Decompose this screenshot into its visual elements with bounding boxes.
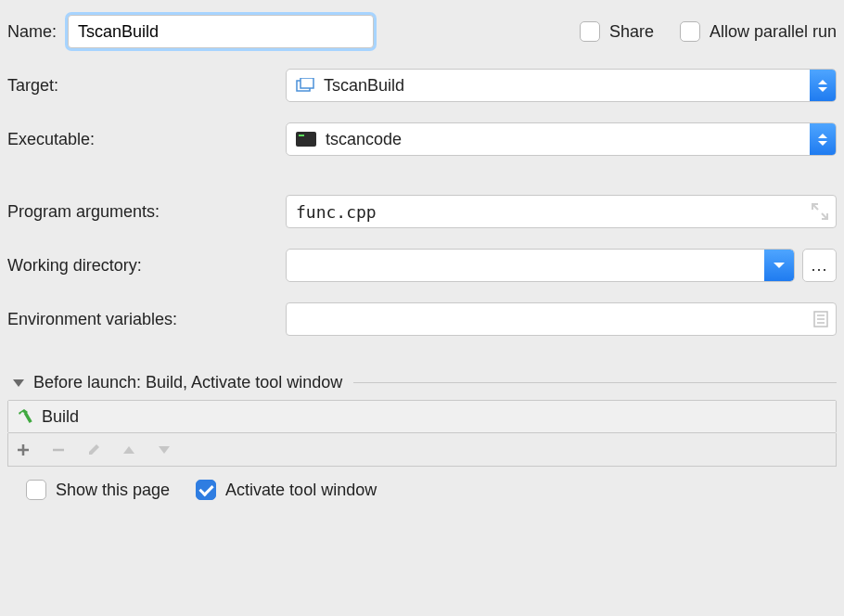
browse-button[interactable]: ... bbox=[802, 249, 837, 282]
list-icon[interactable] bbox=[813, 311, 828, 332]
checkbox-box-icon bbox=[680, 21, 700, 42]
svg-rect-1 bbox=[301, 78, 313, 88]
before-launch-list: Build bbox=[7, 400, 837, 433]
program-args-label: Program arguments: bbox=[7, 202, 286, 222]
working-dir-label: Working directory: bbox=[7, 256, 286, 276]
target-select[interactable]: TscanBuild bbox=[286, 69, 837, 102]
terminal-icon bbox=[296, 132, 316, 147]
expand-icon[interactable] bbox=[812, 203, 828, 220]
task-item[interactable]: Build bbox=[8, 401, 836, 432]
executable-value: tscancode bbox=[326, 130, 402, 149]
executable-label: Executable: bbox=[7, 130, 286, 149]
edit-button[interactable] bbox=[86, 443, 101, 457]
divider bbox=[353, 382, 837, 383]
env-vars-input[interactable] bbox=[286, 302, 837, 336]
env-vars-label: Environment variables: bbox=[7, 310, 286, 329]
target-dropdown-button[interactable] bbox=[810, 70, 836, 101]
show-page-checkbox[interactable]: Show this page bbox=[26, 480, 170, 500]
share-label: Share bbox=[609, 22, 654, 42]
allow-parallel-label: Allow parallel run bbox=[710, 22, 837, 42]
checkbox-box-icon bbox=[580, 21, 600, 42]
checkbox-box-icon bbox=[26, 480, 46, 500]
before-launch-toolbar bbox=[7, 433, 837, 467]
checkbox-box-checked-icon bbox=[196, 480, 216, 500]
add-button[interactable] bbox=[16, 443, 31, 457]
show-page-label: Show this page bbox=[56, 481, 170, 500]
svg-rect-6 bbox=[24, 412, 32, 423]
name-label: Name: bbox=[7, 22, 68, 42]
disclosure-triangle-icon[interactable] bbox=[13, 379, 24, 387]
before-launch-header: Before launch: Build, Activate tool wind… bbox=[33, 373, 342, 392]
target-icon bbox=[296, 78, 314, 93]
program-args-value: func.cpp bbox=[296, 202, 377, 222]
executable-dropdown-button[interactable] bbox=[810, 123, 836, 155]
move-up-button[interactable] bbox=[121, 444, 136, 456]
hammer-icon bbox=[16, 407, 34, 426]
move-down-button[interactable] bbox=[157, 444, 172, 456]
working-dir-dropdown-button[interactable] bbox=[764, 250, 794, 281]
name-input[interactable] bbox=[68, 15, 374, 48]
working-dir-input[interactable] bbox=[286, 249, 795, 282]
remove-button[interactable] bbox=[51, 443, 66, 457]
executable-select[interactable]: tscancode bbox=[286, 122, 837, 156]
share-checkbox[interactable]: Share bbox=[580, 21, 654, 42]
activate-tool-label: Activate tool window bbox=[225, 481, 377, 500]
program-args-input[interactable]: func.cpp bbox=[286, 195, 837, 228]
allow-parallel-checkbox[interactable]: Allow parallel run bbox=[680, 21, 837, 42]
target-label: Target: bbox=[7, 76, 286, 96]
activate-tool-checkbox[interactable]: Activate tool window bbox=[196, 480, 377, 500]
task-label: Build bbox=[42, 407, 79, 427]
target-value: TscanBuild bbox=[324, 76, 404, 96]
